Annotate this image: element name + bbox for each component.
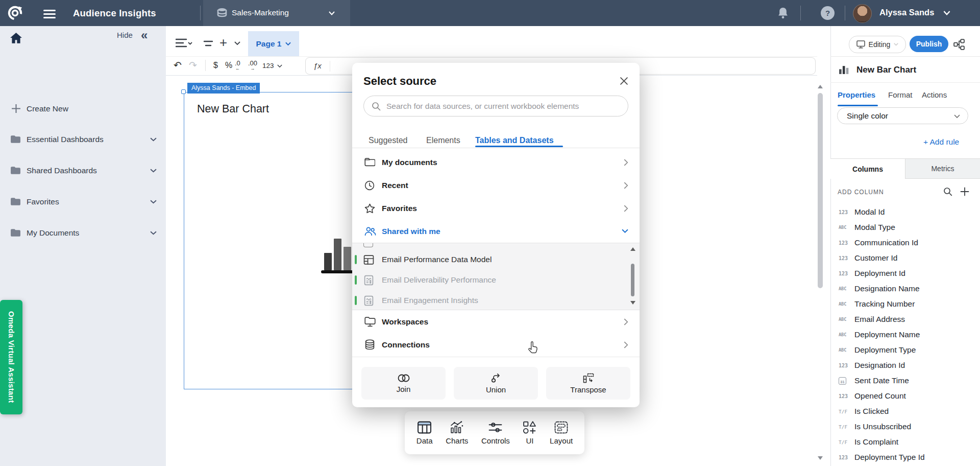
- tab-page-1[interactable]: Page 1: [248, 31, 299, 56]
- column-row[interactable]: 123Opened Count: [830, 389, 980, 404]
- workbook-icon: [363, 275, 374, 286]
- column-row[interactable]: ABCDesignation Name: [830, 282, 980, 297]
- close-icon[interactable]: [620, 77, 628, 85]
- publish-button[interactable]: Publish: [910, 36, 948, 52]
- top-header: Audience Insights Sales-Marketing ? Alys…: [0, 0, 980, 26]
- tab-suggested[interactable]: Suggested: [369, 136, 408, 145]
- app-title: Audience Insights: [73, 8, 156, 19]
- user-avatar[interactable]: [853, 4, 872, 23]
- add-column-label: ADD COLUMN: [838, 189, 884, 196]
- folder-icon: [10, 228, 21, 237]
- column-row[interactable]: ABCEmail Address: [830, 312, 980, 328]
- main-menu-icon[interactable]: [43, 8, 56, 20]
- source-item-email-engagement-insights[interactable]: Email Engagement Insights: [352, 290, 628, 311]
- column-row[interactable]: 123Communication Id: [830, 236, 980, 251]
- number-format-chevron-icon[interactable]: [277, 64, 282, 68]
- column-row[interactable]: T/FIs Unsubscribed: [830, 420, 980, 435]
- tab-actions[interactable]: Actions: [922, 90, 947, 99]
- date-type-icon: 31: [839, 377, 846, 385]
- sidebar-item-shared-dashboards[interactable]: Shared Dashboards: [0, 162, 166, 179]
- sublist-scroll-up-icon[interactable]: [630, 247, 635, 251]
- column-row[interactable]: 123Modal Id: [830, 205, 980, 220]
- editing-mode-button[interactable]: Editing: [849, 36, 906, 53]
- transpose-button[interactable]: Transpose: [546, 367, 630, 400]
- canvas-scrollbar-thumb[interactable]: [818, 93, 823, 288]
- collapse-sidebar-icon[interactable]: «: [141, 31, 148, 40]
- chevron-right-icon: [624, 182, 628, 189]
- bar-chart-icon: [839, 65, 849, 75]
- help-icon[interactable]: ?: [821, 6, 835, 20]
- union-button[interactable]: Union: [454, 367, 538, 400]
- column-row[interactable]: T/FIs Clicked: [830, 404, 980, 420]
- source-row-connections[interactable]: Connections: [352, 333, 640, 356]
- align-lines-icon[interactable]: [203, 40, 213, 47]
- workspace-name: Sales-Marketing: [232, 8, 289, 17]
- omeda-logo-icon[interactable]: [7, 5, 23, 21]
- create-new-button[interactable]: Create New: [0, 101, 166, 117]
- tab-format[interactable]: Format: [888, 90, 913, 99]
- tab-columns[interactable]: Columns: [830, 159, 905, 179]
- source-row-recent[interactable]: Recent: [352, 174, 640, 197]
- column-row[interactable]: ABCDeployment Type: [830, 343, 980, 358]
- search-columns-icon[interactable]: [943, 187, 952, 196]
- decrease-decimal-icon[interactable]: .0 ←: [235, 61, 240, 71]
- tab-properties[interactable]: Properties: [838, 90, 875, 99]
- text-type-icon: ABC: [839, 347, 854, 353]
- app-window: Audience Insights Sales-Marketing ? Alys…: [0, 0, 980, 466]
- canvas-scroll-up-icon[interactable]: [818, 85, 823, 88]
- column-row[interactable]: 123Designation Id: [830, 358, 980, 374]
- join-button[interactable]: Join: [361, 367, 446, 400]
- sublist-scrollbar-thumb[interactable]: [631, 264, 634, 296]
- sidebar-item-favorites[interactable]: Favorites: [0, 194, 166, 210]
- source-item-email-deliverability-performance[interactable]: Email Deliverability Performance: [352, 270, 628, 290]
- tab-metrics[interactable]: Metrics: [905, 159, 980, 179]
- ui-shapes-icon: [523, 421, 536, 434]
- dock-item-layout[interactable]: Layout: [550, 421, 573, 445]
- selection-handle[interactable]: [181, 89, 186, 94]
- dock-item-charts[interactable]: Charts: [446, 421, 468, 445]
- column-row[interactable]: 123Deployment Type Id: [830, 450, 980, 465]
- source-row-shared-with-me[interactable]: Shared with me: [352, 220, 640, 243]
- element-list-menu-icon[interactable]: [176, 38, 193, 49]
- sublist-scroll-down-icon[interactable]: [630, 301, 635, 305]
- undo-icon[interactable]: ↶: [174, 59, 182, 71]
- color-mode-select[interactable]: Single color: [837, 107, 968, 124]
- sidebar-item-essential-dashboards[interactable]: Essential Dashboards: [0, 131, 166, 148]
- notifications-bell-icon[interactable]: [777, 7, 789, 19]
- redo-icon[interactable]: ↷: [189, 59, 197, 71]
- source-row-my-documents[interactable]: My documents: [352, 151, 640, 174]
- source-row-favorites[interactable]: Favorites: [352, 197, 640, 220]
- sidebar-item-my-documents[interactable]: My Documents: [0, 225, 166, 241]
- dock-item-ui[interactable]: UI: [523, 421, 536, 445]
- increase-decimal-icon[interactable]: .00 →: [248, 61, 257, 71]
- source-search-input[interactable]: [363, 96, 628, 116]
- column-row[interactable]: ABCModal Type: [830, 220, 980, 236]
- add-page-button[interactable]: +: [219, 35, 227, 51]
- column-row[interactable]: ABCTracking Number: [830, 297, 980, 312]
- column-row[interactable]: 31Sent Date Time: [830, 374, 980, 389]
- page-options-chevron-icon[interactable]: [234, 41, 240, 45]
- virtual-assistant-tab[interactable]: Omeda Virtual Assistant: [0, 300, 22, 414]
- column-row[interactable]: 123Customer Id: [830, 251, 980, 266]
- column-row[interactable]: 123Deployment Id: [830, 266, 980, 282]
- tab-tables-and-datasets[interactable]: Tables and Datasets: [475, 136, 554, 145]
- tab-elements[interactable]: Elements: [426, 136, 460, 145]
- source-item-email-performance-data-model[interactable]: Email Performance Data Model: [352, 249, 628, 270]
- column-row[interactable]: T/FIs Complaint: [830, 435, 980, 450]
- add-rule-button[interactable]: + Add rule: [923, 137, 959, 147]
- user-menu-chevron-icon[interactable]: [943, 11, 950, 15]
- column-row[interactable]: ABCDeployment Name: [830, 328, 980, 343]
- number-format-menu[interactable]: 123: [262, 62, 274, 69]
- add-column-plus-icon[interactable]: [960, 187, 969, 196]
- dock-item-data[interactable]: Data: [416, 421, 433, 445]
- hide-sidebar-label[interactable]: Hide: [117, 31, 133, 39]
- workspace-switcher[interactable]: Sales-Marketing: [203, 0, 350, 26]
- number-type-icon: 123: [839, 271, 854, 276]
- canvas-scroll-down-icon[interactable]: [818, 456, 823, 460]
- currency-format-icon[interactable]: $: [213, 61, 218, 70]
- percent-format-icon[interactable]: %: [225, 61, 232, 70]
- home-icon[interactable]: [9, 32, 23, 45]
- share-icon[interactable]: [953, 39, 965, 50]
- source-row-workspaces[interactable]: Workspaces: [352, 310, 640, 333]
- dock-item-controls[interactable]: Controls: [481, 421, 510, 445]
